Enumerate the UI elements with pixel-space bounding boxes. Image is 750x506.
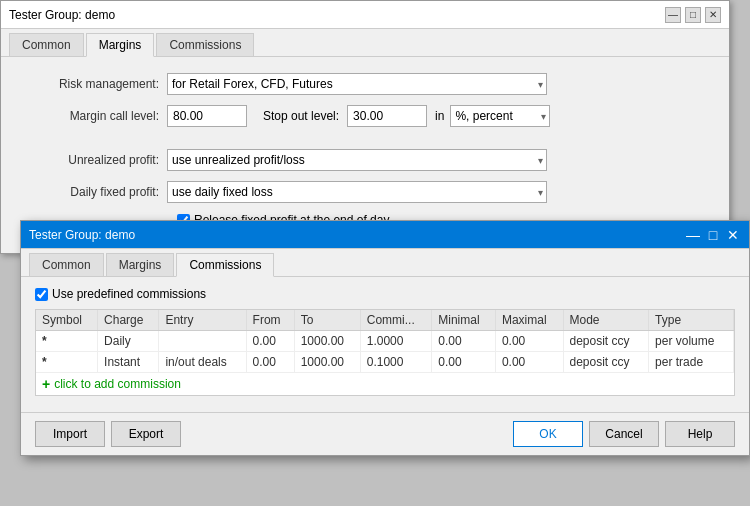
- col-entry: Entry: [159, 310, 246, 331]
- row2-to: 1000.00: [294, 352, 360, 373]
- import-button[interactable]: Import: [35, 421, 105, 447]
- cancel-button[interactable]: Cancel: [589, 421, 659, 447]
- bg-tab-margins[interactable]: Margins: [86, 33, 155, 57]
- use-predefined-row: Use predefined commissions: [35, 287, 735, 301]
- row2-minimal: 0.00: [432, 352, 496, 373]
- col-to: To: [294, 310, 360, 331]
- row1-commission: 1.0000: [360, 331, 431, 352]
- help-button[interactable]: Help: [665, 421, 735, 447]
- daily-profit-label: Daily fixed profit:: [17, 185, 167, 199]
- foreground-window: Tester Group: demo — □ ✕ Common Margins …: [20, 220, 750, 456]
- row1-symbol: *: [36, 331, 98, 352]
- add-icon: +: [42, 376, 50, 392]
- daily-profit-select-wrapper: use daily fixed loss: [167, 181, 547, 203]
- use-predefined-label: Use predefined commissions: [52, 287, 206, 301]
- row2-mode: deposit ccy: [563, 352, 649, 373]
- fg-minimize-btn[interactable]: —: [685, 227, 701, 243]
- commissions-content: Use predefined commissions Symbol Charge…: [21, 277, 749, 412]
- add-commission-label: click to add commission: [54, 377, 181, 391]
- unrealized-profit-row: Unrealized profit: use unrealized profit…: [17, 149, 713, 171]
- fg-tab-common[interactable]: Common: [29, 253, 104, 276]
- stop-out-unit-select-wrapper: %, percent: [450, 105, 550, 127]
- table-row[interactable]: * Daily 0.00 1000.00 1.0000 0.00 0.00 de…: [36, 331, 734, 352]
- left-buttons: Import Export: [35, 421, 181, 447]
- table-header-row: Symbol Charge Entry From To Commi... Min…: [36, 310, 734, 331]
- risk-management-label: Risk management:: [17, 77, 167, 91]
- row1-entry: [159, 331, 246, 352]
- fg-tabs-bar: Common Margins Commissions: [21, 249, 749, 277]
- row1-from: 0.00: [246, 331, 294, 352]
- stop-out-unit-label: in: [435, 109, 444, 123]
- bg-tabs-bar: Common Margins Commissions: [1, 29, 729, 57]
- row1-to: 1000.00: [294, 331, 360, 352]
- export-button[interactable]: Export: [111, 421, 181, 447]
- margin-call-input[interactable]: [167, 105, 247, 127]
- row1-maximal: 0.00: [495, 331, 563, 352]
- row1-mode: deposit ccy: [563, 331, 649, 352]
- commissions-table-wrapper: Symbol Charge Entry From To Commi... Min…: [35, 309, 735, 396]
- bg-tab-commissions[interactable]: Commissions: [156, 33, 254, 56]
- col-type: Type: [649, 310, 734, 331]
- fg-restore-btn[interactable]: □: [705, 227, 721, 243]
- unrealized-profit-select[interactable]: use unrealized profit/loss: [167, 149, 547, 171]
- risk-management-row: Risk management: for Retail Forex, CFD, …: [17, 73, 713, 95]
- table-row[interactable]: * Instant in/out deals 0.00 1000.00 0.10…: [36, 352, 734, 373]
- col-minimal: Minimal: [432, 310, 496, 331]
- daily-profit-row: Daily fixed profit: use daily fixed loss: [17, 181, 713, 203]
- bg-titlebar: Tester Group: demo — □ ✕: [1, 1, 729, 29]
- table-body: * Daily 0.00 1000.00 1.0000 0.00 0.00 de…: [36, 331, 734, 373]
- row2-from: 0.00: [246, 352, 294, 373]
- right-buttons: OK Cancel Help: [513, 421, 735, 447]
- margin-call-row: Margin call level: Stop out level: in %,…: [17, 105, 713, 127]
- row2-type: per trade: [649, 352, 734, 373]
- bg-tab-common[interactable]: Common: [9, 33, 84, 56]
- fg-window-title: Tester Group: demo: [29, 228, 135, 242]
- col-mode: Mode: [563, 310, 649, 331]
- bg-window-title: Tester Group: demo: [9, 8, 115, 22]
- bg-restore-btn[interactable]: □: [685, 7, 701, 23]
- ok-button[interactable]: OK: [513, 421, 583, 447]
- bg-minimize-btn[interactable]: —: [665, 7, 681, 23]
- use-predefined-checkbox[interactable]: [35, 288, 48, 301]
- bg-titlebar-controls: — □ ✕: [665, 7, 721, 23]
- fg-tab-commissions[interactable]: Commissions: [176, 253, 274, 277]
- row1-charge: Daily: [98, 331, 159, 352]
- table-header: Symbol Charge Entry From To Commi... Min…: [36, 310, 734, 331]
- col-maximal: Maximal: [495, 310, 563, 331]
- commissions-table: Symbol Charge Entry From To Commi... Min…: [36, 310, 734, 373]
- fg-titlebar: Tester Group: demo — □ ✕: [21, 221, 749, 249]
- margin-call-label: Margin call level:: [17, 109, 167, 123]
- row1-minimal: 0.00: [432, 331, 496, 352]
- stop-out-input[interactable]: [347, 105, 427, 127]
- col-from: From: [246, 310, 294, 331]
- daily-profit-select[interactable]: use daily fixed loss: [167, 181, 547, 203]
- risk-management-select[interactable]: for Retail Forex, CFD, Futures: [167, 73, 547, 95]
- row2-maximal: 0.00: [495, 352, 563, 373]
- row2-commission: 0.1000: [360, 352, 431, 373]
- background-window: Tester Group: demo — □ ✕ Common Margins …: [0, 0, 730, 254]
- row2-symbol: *: [36, 352, 98, 373]
- fg-titlebar-controls: — □ ✕: [685, 227, 741, 243]
- bottom-bar: Import Export OK Cancel Help: [21, 412, 749, 455]
- risk-management-select-wrapper: for Retail Forex, CFD, Futures: [167, 73, 547, 95]
- stop-out-unit-select[interactable]: %, percent: [450, 105, 550, 127]
- stop-out-label: Stop out level:: [263, 109, 339, 123]
- unrealized-profit-select-wrapper: use unrealized profit/loss: [167, 149, 547, 171]
- col-charge: Charge: [98, 310, 159, 331]
- unrealized-profit-label: Unrealized profit:: [17, 153, 167, 167]
- row2-charge: Instant: [98, 352, 159, 373]
- col-commission: Commi...: [360, 310, 431, 331]
- row1-type: per volume: [649, 331, 734, 352]
- bg-close-btn[interactable]: ✕: [705, 7, 721, 23]
- row2-entry: in/out deals: [159, 352, 246, 373]
- add-commission-row[interactable]: + click to add commission: [36, 373, 734, 395]
- fg-tab-margins[interactable]: Margins: [106, 253, 175, 276]
- fg-close-btn[interactable]: ✕: [725, 227, 741, 243]
- col-symbol: Symbol: [36, 310, 98, 331]
